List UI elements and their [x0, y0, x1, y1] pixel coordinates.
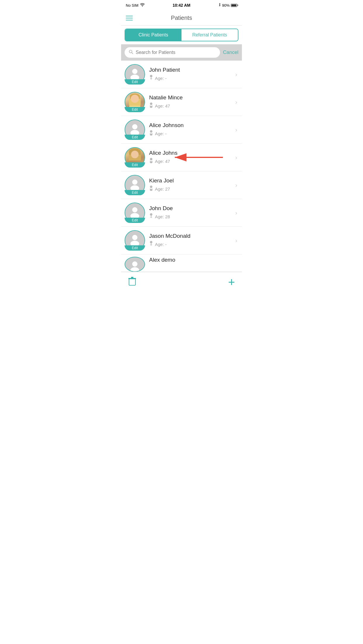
list-item[interactable]: Edit Jason McDonald Age: - ›: [121, 227, 242, 254]
edit-label[interactable]: Edit: [125, 245, 145, 251]
svg-rect-21: [150, 217, 152, 217]
edit-label[interactable]: Edit: [125, 218, 145, 223]
patient-age-row: Age: 47: [149, 102, 233, 110]
status-left: No SIM: [126, 3, 145, 8]
patient-age: Age: -: [155, 242, 167, 247]
patient-name: Alex demo: [149, 257, 237, 263]
search-input-wrap: [125, 47, 220, 58]
list-item[interactable]: Edit Kiera Joel Age: 27 ›: [121, 171, 242, 199]
svg-point-14: [132, 180, 137, 185]
svg-point-8: [132, 124, 137, 129]
patient-age-row: Age: 47: [149, 157, 233, 165]
chevron-right-icon: ›: [235, 71, 237, 78]
avatar: Edit: [125, 64, 145, 85]
search-bar: Cancel: [121, 44, 242, 61]
svg-rect-33: [132, 280, 133, 284]
patient-age: Age: -: [155, 76, 167, 81]
svg-rect-20: [151, 215, 151, 218]
status-right: 90%: [218, 3, 237, 8]
list-item[interactable]: Edit Alice Johns Age: 47: [121, 144, 242, 171]
edit-label[interactable]: Edit: [125, 79, 145, 85]
battery-percent: 90%: [222, 3, 230, 8]
cancel-button[interactable]: Cancel: [223, 50, 238, 55]
battery-icon: [231, 4, 237, 7]
chevron-right-icon: ›: [235, 154, 237, 161]
gender-icon-male: [149, 74, 153, 82]
clinic-patients-tab[interactable]: Clinic Patients: [125, 29, 182, 41]
svg-point-18: [130, 213, 139, 218]
list-item[interactable]: Edit John Patient Age: - ›: [121, 61, 242, 88]
svg-point-4: [150, 75, 152, 77]
patient-name: Kiera Joel: [149, 177, 233, 184]
svg-rect-32: [130, 280, 131, 284]
avatar: Edit: [125, 230, 145, 251]
page-title: Patients: [171, 15, 192, 21]
patient-age-row: Age: -: [149, 74, 233, 82]
patient-info: Alex demo: [149, 257, 237, 264]
svg-rect-6: [150, 78, 152, 79]
patient-name: Alice Johnson: [149, 122, 233, 129]
patient-age-row: Age: -: [149, 130, 233, 137]
chevron-right-icon: ›: [235, 126, 237, 133]
delete-button[interactable]: [128, 277, 136, 288]
svg-point-16: [150, 186, 152, 188]
patient-age: Age: 47: [155, 159, 170, 164]
edit-label[interactable]: Edit: [125, 190, 145, 195]
patient-age-row: Age: -: [149, 240, 233, 248]
patient-age: Age: -: [155, 131, 167, 136]
patient-list: Edit John Patient Age: - ›: [121, 61, 242, 272]
segment-control: Clinic Patients Referral Patients: [125, 29, 238, 41]
avatar: Edit: [125, 119, 145, 140]
chevron-right-icon: ›: [235, 237, 237, 244]
gender-icon-female: [149, 130, 153, 137]
patient-info: Jason McDonald Age: -: [149, 233, 233, 248]
edit-label[interactable]: Edit: [125, 162, 145, 168]
search-input[interactable]: [136, 50, 216, 55]
patient-info: John Doe Age: 28: [149, 205, 233, 220]
search-icon: [129, 50, 133, 55]
svg-point-2: [132, 69, 137, 74]
patient-age: Age: 28: [155, 214, 170, 219]
chevron-right-icon: ›: [235, 210, 237, 216]
patient-name: Jason McDonald: [149, 233, 233, 239]
gender-icon-male: [149, 240, 153, 248]
avatar: [125, 257, 145, 272]
svg-rect-34: [133, 280, 134, 284]
patient-age-row: Age: 28: [149, 213, 233, 220]
gender-icon-female: [149, 102, 153, 110]
default-avatar-icon: [125, 257, 144, 271]
svg-point-28: [130, 267, 139, 272]
menu-icon[interactable]: [126, 16, 133, 20]
svg-point-3: [130, 75, 139, 79]
list-item[interactable]: Edit Alice Johnson Age: - ›: [121, 116, 242, 144]
list-item[interactable]: Edit John Doe Age: 28 ›: [121, 199, 242, 227]
edit-label[interactable]: Edit: [125, 135, 145, 140]
referral-patients-tab[interactable]: Referral Patients: [182, 29, 238, 41]
svg-point-9: [130, 130, 139, 135]
svg-point-7: [150, 103, 152, 105]
svg-point-27: [132, 261, 137, 267]
carrier-label: No SIM: [126, 3, 138, 8]
list-item[interactable]: Edit Natalie Mince Age: 47 ›: [121, 88, 242, 116]
status-time: 10:42 AM: [173, 3, 191, 8]
patient-info: Natalie Mince Age: 47: [149, 94, 233, 110]
status-bar: No SIM 10:42 AM 90%: [121, 0, 242, 10]
chevron-right-icon: ›: [235, 99, 237, 105]
bottom-toolbar: +: [121, 272, 242, 292]
avatar-circle: [125, 257, 145, 272]
patient-age-row: Age: 27: [149, 185, 233, 193]
edit-label[interactable]: Edit: [125, 107, 145, 112]
patient-name: John Doe: [149, 205, 233, 212]
list-item[interactable]: Alex demo: [121, 254, 242, 272]
patient-info: Alice Johns Age: 47: [149, 150, 233, 165]
top-nav: Patients: [121, 10, 242, 26]
patient-age: Age: 27: [155, 186, 170, 191]
gender-icon-male: [149, 213, 153, 220]
avatar: Edit: [125, 175, 145, 195]
patient-name: Natalie Mince: [149, 94, 233, 101]
svg-line-1: [132, 52, 133, 54]
svg-rect-26: [150, 244, 152, 245]
svg-point-19: [150, 213, 152, 216]
add-button[interactable]: +: [228, 276, 235, 288]
svg-point-23: [130, 241, 139, 245]
